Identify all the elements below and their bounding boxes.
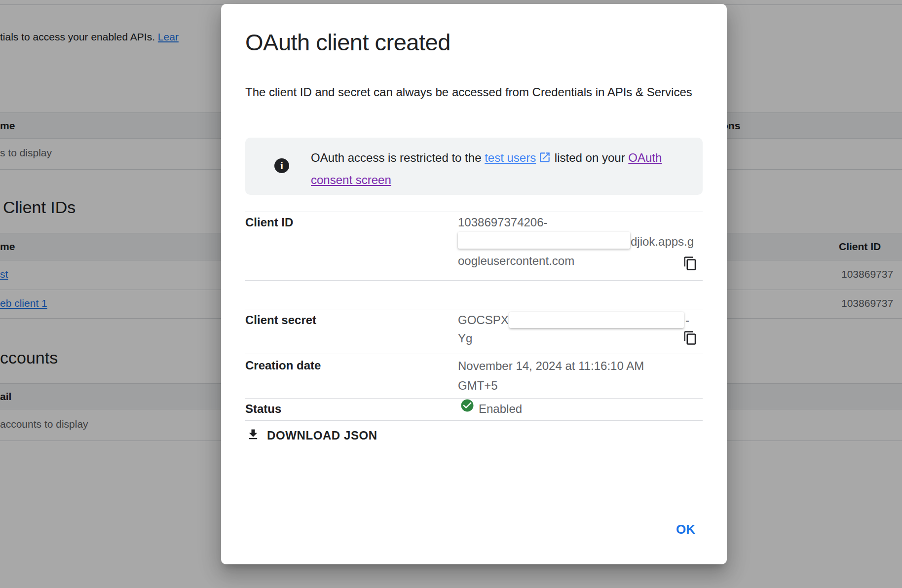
notice-text: OAuth access is restricted to the test u… xyxy=(311,147,703,190)
check-circle-icon xyxy=(460,398,475,413)
client-secret-after-box: - xyxy=(685,313,689,327)
client-secret-line2: Yg xyxy=(458,331,472,345)
dialog-description: The client ID and secret can always be a… xyxy=(245,82,697,102)
redaction-box xyxy=(509,312,684,328)
info-icon: i xyxy=(274,158,289,173)
creation-date-value: November 14, 2024 at 11:16:10 AM GMT+5 xyxy=(458,356,665,396)
kv-divider xyxy=(245,280,703,281)
notice-after: listed on your xyxy=(551,151,628,164)
oauth-client-created-dialog: OAuth client created The client ID and s… xyxy=(221,4,727,564)
redaction-box xyxy=(458,232,630,249)
dialog-title: OAuth client created xyxy=(245,29,451,56)
creation-date-label: Creation date xyxy=(245,359,321,372)
download-icon xyxy=(246,428,260,443)
copy-client-id-button[interactable] xyxy=(683,256,698,271)
notice-before: OAuth access is restricted to the xyxy=(311,151,485,164)
ok-button[interactable]: OK xyxy=(672,520,699,539)
open-in-new-icon[interactable] xyxy=(538,149,551,170)
client-id-line1: 1038697374206- xyxy=(458,216,548,229)
screen: tials to access your enabled APIs. Lear … xyxy=(0,0,902,588)
test-users-link[interactable]: test users xyxy=(485,151,536,164)
status-value: Enabled xyxy=(479,402,522,416)
status-label: Status xyxy=(245,402,281,416)
client-secret-label: Client secret xyxy=(245,313,316,327)
kv-divider xyxy=(245,309,703,309)
kv-divider xyxy=(245,354,703,354)
client-secret-prefix: GOCSPX- xyxy=(458,313,513,327)
restricted-access-notice: i OAuth access is restricted to the test… xyxy=(245,138,703,195)
download-json-button[interactable]: DOWNLOAD JSON xyxy=(243,425,380,446)
kv-divider xyxy=(245,420,703,421)
client-id-label: Client ID xyxy=(245,216,293,229)
kv-divider xyxy=(245,212,703,212)
client-id-line3: oogleusercontent.com xyxy=(458,254,574,268)
copy-client-secret-button[interactable] xyxy=(683,331,698,345)
download-json-label: DOWNLOAD JSON xyxy=(267,429,377,442)
client-id-line2-suffix: djiok.apps.g xyxy=(631,235,694,249)
